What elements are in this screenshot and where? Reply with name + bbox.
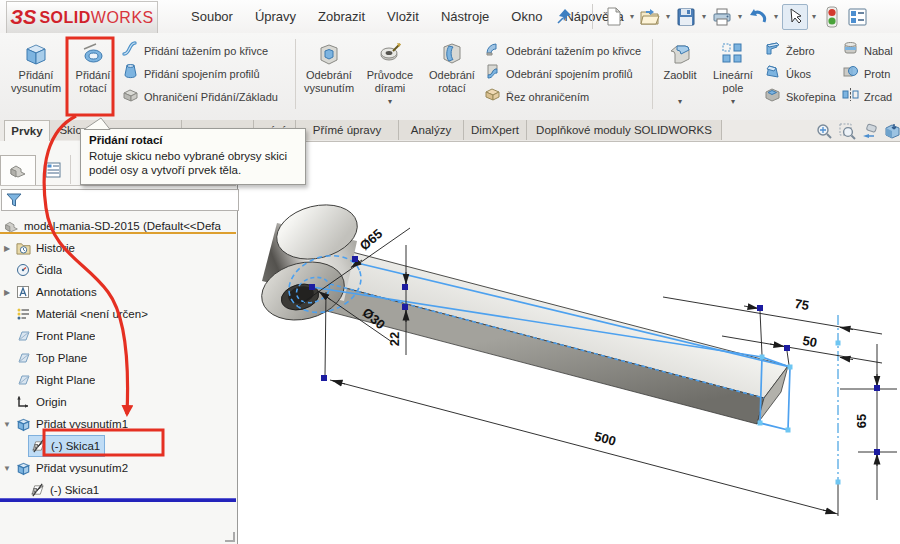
freeze-bar[interactable] bbox=[0, 232, 236, 234]
tree-item-material[interactable]: Materiál <není určen> bbox=[0, 303, 236, 325]
heads-up-view-toolbar bbox=[814, 121, 900, 140]
dim-22[interactable]: 22 bbox=[387, 332, 402, 346]
select-cursor-icon[interactable] bbox=[782, 4, 808, 30]
dim-500[interactable]: 500 bbox=[593, 429, 618, 449]
tree-item-historie[interactable]: ▶ Historie bbox=[0, 237, 236, 259]
menu-zobrazit[interactable]: Zobrazit bbox=[307, 0, 376, 33]
view-settings-icon[interactable] bbox=[883, 121, 900, 140]
print-icon[interactable] bbox=[710, 5, 734, 29]
tab-dimxpert[interactable]: DimXpert bbox=[463, 120, 527, 140]
tree-item-origin[interactable]: Origin bbox=[0, 391, 236, 413]
sensors-icon bbox=[14, 263, 32, 277]
tree-item-right-plane[interactable]: Right Plane bbox=[0, 369, 236, 391]
tree-item-cidla[interactable]: Čidla bbox=[0, 259, 236, 281]
boundary-boss-button[interactable]: Ohraničení Přidání/Základu bbox=[122, 87, 278, 106]
rebuild-stoplight-icon[interactable] bbox=[820, 5, 844, 29]
shell-icon bbox=[764, 86, 781, 107]
save-dropdown[interactable]: ▾ bbox=[699, 12, 709, 21]
filter-funnel-icon bbox=[6, 192, 22, 208]
mirror-button[interactable]: Zrcad bbox=[842, 87, 893, 106]
annotations-folder-icon bbox=[14, 285, 32, 299]
tab-prime-upravy[interactable]: Přímé úpravy bbox=[295, 120, 399, 140]
boss-extrude-button[interactable]: Přidánívysunutím bbox=[6, 39, 66, 94]
lofted-boss-button[interactable]: Přidání spojením profilů bbox=[122, 64, 278, 83]
ribbon-separator bbox=[295, 39, 296, 109]
ribbon-separator bbox=[652, 39, 653, 109]
linear-pattern-button[interactable]: Lineárnípole ▾ bbox=[706, 39, 760, 106]
solidworks-window: ЗS SOLID WORKS Soubor Úpravy Zobrazit Vl… bbox=[0, 0, 900, 544]
undo-icon[interactable] bbox=[746, 5, 770, 29]
rollback-bar[interactable] bbox=[0, 498, 236, 502]
options-icon[interactable] bbox=[845, 5, 869, 29]
new-document-icon[interactable] bbox=[602, 5, 626, 29]
menu-soubor[interactable]: Soubor bbox=[180, 0, 244, 33]
tab-analyzy[interactable]: Analýzy bbox=[398, 120, 464, 140]
tab-doplnkove-moduly[interactable]: Doplňkové moduly SOLIDWORKS bbox=[526, 120, 722, 140]
expand-arrow-icon[interactable]: ▶ bbox=[0, 244, 14, 253]
draft-button[interactable]: Úkos bbox=[764, 64, 836, 83]
open-dropdown[interactable]: ▾ bbox=[663, 12, 673, 21]
expand-arrow-icon[interactable]: ▶ bbox=[0, 288, 14, 297]
plane-icon bbox=[14, 329, 32, 343]
rib-icon bbox=[764, 40, 781, 61]
tree-item-front-plane[interactable]: Front Plane bbox=[0, 325, 236, 347]
swept-boss-button[interactable]: Přidání tažením po křivce bbox=[122, 41, 278, 60]
graphics-area[interactable]: Ø65 Ø30 22 75 50 65 500 bbox=[237, 141, 900, 544]
dim-75[interactable]: 75 bbox=[793, 296, 810, 313]
open-icon[interactable] bbox=[638, 5, 662, 29]
selected-tree-item[interactable]: (-) Skica1 bbox=[28, 435, 105, 457]
linear-pattern-dropdown[interactable]: ▾ bbox=[731, 97, 735, 106]
collapse-arrow-icon[interactable]: ▼ bbox=[0, 464, 14, 473]
tree-item-annotations[interactable]: ▶ Annotations bbox=[0, 281, 236, 303]
menu-upravy[interactable]: Úpravy bbox=[244, 0, 307, 33]
fillet-label: Zaoblit bbox=[663, 69, 696, 82]
featuremanager-tab[interactable] bbox=[0, 155, 36, 185]
tab-prvky[interactable]: Prvky bbox=[4, 120, 50, 141]
tree-filter-input[interactable] bbox=[1, 189, 239, 211]
zoom-fit-icon[interactable] bbox=[814, 121, 833, 140]
tree-item-pridat-vysunutim2[interactable]: ▼ Přidat vysunutím2 bbox=[0, 457, 236, 479]
tree-item-skica1-selected[interactable]: (-) Skica1 bbox=[0, 435, 236, 457]
cut-revolve-button[interactable]: Odebránírotací bbox=[424, 39, 480, 94]
toolbar-separator bbox=[592, 4, 593, 29]
pin-menu-icon[interactable] bbox=[555, 7, 573, 25]
intersect-icon bbox=[842, 63, 859, 84]
dim-50[interactable]: 50 bbox=[801, 333, 818, 350]
fillet-dropdown[interactable]: ▾ bbox=[678, 97, 682, 106]
menu-nastroje[interactable]: Nástroje bbox=[430, 0, 500, 33]
feature-tree: model-mania-SD-2015 (Default<<Defa ▶ His… bbox=[0, 215, 236, 501]
intersect-button[interactable]: Protn bbox=[842, 64, 893, 83]
dim-65[interactable]: 65 bbox=[854, 414, 869, 428]
select-dropdown[interactable]: ▾ bbox=[809, 12, 819, 21]
shell-button[interactable]: Skořepina bbox=[764, 87, 836, 106]
tree-item-pridat-vysunutim1[interactable]: ▼ Přidat vysunutím1 bbox=[0, 413, 236, 435]
logo-text-bold: SOLID bbox=[39, 9, 90, 27]
swept-cut-button[interactable]: Odebrání tažením po křivce bbox=[484, 41, 641, 60]
previous-view-icon[interactable] bbox=[860, 121, 879, 140]
ds-logo-icon: ЗS bbox=[10, 6, 36, 29]
zoom-area-icon[interactable] bbox=[837, 121, 856, 140]
boundary-cut-button[interactable]: Řez ohraničením bbox=[484, 87, 641, 106]
dim-diameter-65[interactable]: Ø65 bbox=[357, 226, 385, 253]
ribbon-group-features: Zaoblit ▾ Lineárnípole ▾ Žebro Úkos bbox=[654, 37, 900, 116]
panel-resize-corner[interactable] bbox=[225, 532, 235, 542]
lofted-cut-button[interactable]: Odebrání spojením profilů bbox=[484, 64, 641, 83]
collapse-arrow-icon[interactable]: ▼ bbox=[0, 420, 14, 429]
linear-pattern-icon bbox=[720, 39, 746, 69]
wrap-button[interactable]: Nabal bbox=[842, 41, 893, 60]
hole-wizard-dropdown[interactable]: ▾ bbox=[388, 97, 392, 106]
menu-okno[interactable]: Okno bbox=[500, 0, 553, 33]
new-document-dropdown[interactable]: ▾ bbox=[627, 12, 637, 21]
menu-vlozit[interactable]: Vložit bbox=[376, 0, 430, 33]
save-icon[interactable] bbox=[674, 5, 698, 29]
fillet-button[interactable]: Zaoblit ▾ bbox=[656, 39, 704, 106]
rib-button[interactable]: Žebro bbox=[764, 41, 836, 60]
cut-extrude-button[interactable]: Odebránívysunutím bbox=[300, 39, 358, 94]
tree-item-top-plane[interactable]: Top Plane bbox=[0, 347, 236, 369]
hole-wizard-button[interactable]: Průvodcedírami ▾ bbox=[360, 39, 420, 106]
propertymanager-tab[interactable] bbox=[36, 155, 71, 184]
print-dropdown[interactable]: ▾ bbox=[735, 12, 745, 21]
revolved-boss-button[interactable]: Přidánírotací bbox=[70, 39, 116, 94]
logo-text-light: WORKS bbox=[91, 9, 154, 27]
undo-dropdown[interactable]: ▾ bbox=[771, 12, 781, 21]
